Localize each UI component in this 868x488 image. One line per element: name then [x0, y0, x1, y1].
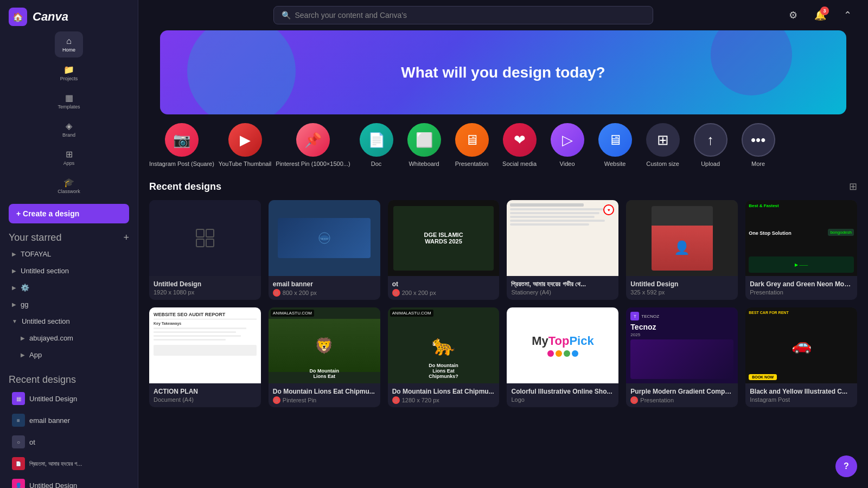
social-media-label: Social media — [502, 160, 537, 168]
design-card-priyatoma[interactable]: ♥ প্রিয়তমা, আমার হদয়ের গভীর থে... Stat… — [507, 200, 618, 300]
card-info-12: Black and Yellow Illustrated C... Instag… — [745, 383, 857, 406]
design-type-social-media[interactable]: ❤ Social media — [498, 123, 541, 168]
design-card-mountain-lions-2[interactable]: ANIMALASTU.COM 🐆 Do MountainLions EatChi… — [388, 307, 500, 407]
sidebar-item-tofayal[interactable]: ▶ TOFAYAL — [3, 246, 135, 262]
sidebar-item-untitled-section-1[interactable]: ▶ Untitled section — [3, 263, 135, 279]
card-meta-3: ⊡ 200 x 200 px — [392, 289, 495, 297]
design-type-youtube[interactable]: ▶ YouTube Thumbnail — [219, 123, 271, 168]
svg-rect-1 — [206, 229, 214, 237]
chevron-right-icon: ▶ — [12, 251, 16, 257]
design-card-ot[interactable]: DGE ISLAMICWARDS 2025 ot ⊡ 200 x 200 px — [388, 200, 500, 300]
emoji-label: ⚙️ — [21, 284, 29, 292]
card-meta-4: Stationery (A4) — [511, 289, 614, 296]
sidebar-recent-priyatoma[interactable]: 📄 প্রিয়তমা, আমার হদয়ের গ... — [3, 453, 135, 474]
design-type-instagram[interactable]: 📷 Instagram Post (Square) — [149, 123, 214, 168]
sidebar-item-templates[interactable]: ▦ Templates — [55, 88, 83, 114]
card-img-10: MyTopPick — [507, 307, 618, 383]
design-type-whiteboard[interactable]: ⬜ Whiteboard — [403, 123, 446, 168]
svg-rect-3 — [206, 239, 214, 247]
search-bar: 🔍 — [273, 6, 653, 24]
sidebar-item-emoji[interactable]: ▶ ⚙️ — [3, 280, 135, 296]
chevron-down-icon: ▼ — [12, 318, 17, 324]
card-meta-6: Presentation — [750, 289, 853, 296]
design-type-video[interactable]: ▷ Video — [546, 123, 589, 168]
notifications-button[interactable]: 🔔 3 — [810, 5, 830, 25]
card-thumb-12: BEST CAR FOR RENT 🚗 BOOK NOW — [745, 307, 857, 383]
pinterest-label: Pinterest Pin (1000×1500...) — [276, 160, 350, 168]
recent-label-3: ot — [29, 438, 35, 446]
card-meta-icon-11: ⊡ — [630, 396, 638, 404]
card-title-1: Untitled Design — [154, 280, 257, 288]
recent-label-4: প্রিয়তমা, আমার হদয়ের গ... — [29, 460, 82, 467]
recent-thumb-3: ○ — [12, 435, 25, 448]
design-type-pinterest[interactable]: 📌 Pinterest Pin (1000×1500...) — [276, 123, 350, 168]
instagram-post-icon: 📷 — [165, 123, 199, 157]
sidebar-item-abujayed[interactable]: ▶ abujayed.com — [3, 330, 135, 346]
card-meta-text-10: Logo — [511, 396, 524, 403]
hero-banner: What will you design today? — [160, 30, 846, 114]
card-thumb-4: ♥ — [507, 200, 618, 276]
card-thumb-5: 👤 — [626, 200, 738, 276]
design-card-untitled-1[interactable]: Untitled Design 1920 x 1080 px — [149, 200, 261, 300]
sidebar-recent-untitled-design[interactable]: ▦ Untitled Design — [3, 388, 135, 409]
design-card-black-yellow[interactable]: BEST CAR FOR RENT 🚗 BOOK NOW Black and Y… — [745, 307, 857, 407]
sidebar-recent-ot[interactable]: ○ ot — [3, 432, 135, 452]
settings-button[interactable]: ⚙ — [783, 5, 803, 25]
expand-button[interactable]: ⌃ — [838, 5, 857, 25]
card-meta-text-2: 800 x 200 px — [283, 290, 317, 296]
card-info-7: ACTION PLAN Document (A4) — [149, 383, 261, 406]
home-label: Home — [62, 47, 75, 53]
create-design-button[interactable]: + Create a design — [9, 204, 129, 223]
home-icon[interactable]: 🏠 — [9, 8, 27, 26]
design-type-presentation[interactable]: 🖥 Presentation — [450, 123, 494, 168]
card-info-1: Untitled Design 1920 x 1080 px — [149, 276, 261, 299]
sidebar-item-brand[interactable]: ◈ Brand — [55, 116, 83, 142]
card-placeholder-1 — [149, 200, 261, 276]
card-meta-icon-3: ⊡ — [392, 289, 400, 297]
design-type-doc[interactable]: 📄 Doc — [355, 123, 398, 168]
sidebar-item-classwork[interactable]: 🎓 Classwork — [55, 172, 83, 198]
doc-icon: 📄 — [360, 123, 393, 157]
sidebar-item-projects[interactable]: 📁 Projects — [55, 60, 83, 86]
sidebar-recent-email-banner[interactable]: ≡ email banner — [3, 410, 135, 431]
card-thumb-10: MyTopPick — [507, 307, 618, 383]
card-title-2: email banner — [273, 280, 376, 288]
whiteboard-label: Whiteboard — [409, 160, 439, 168]
design-card-email-banner[interactable]: NEXON email banner ⊡ 800 x 200 px — [269, 200, 380, 300]
card-info-10: Colorful Illustrative Online Sho... Logo — [507, 383, 618, 406]
sidebar-item-untitled-section-2[interactable]: ▼ Untitled section — [3, 313, 135, 329]
card-meta-text-12: Instagram Post — [750, 396, 790, 403]
card-meta-text-1: 1920 x 1080 px — [154, 289, 194, 296]
design-type-website[interactable]: 🖥 Website — [593, 123, 637, 168]
hero-text: What will you design today? — [401, 64, 605, 81]
design-card-dark-grey[interactable]: Best & Fastest One Stop Solution bongode… — [745, 200, 857, 300]
help-button[interactable]: ? — [835, 455, 857, 477]
upload-icon: ↑ — [694, 123, 727, 157]
design-card-action-plan[interactable]: WEBSITE SEO AUDIT REPORT Key Takeaways A… — [149, 307, 261, 407]
card-img-9: ANIMALASTU.COM 🐆 Do MountainLions EatChi… — [388, 307, 500, 383]
design-card-untitled-2[interactable]: 👤 Untitled Design 325 x 592 px — [626, 200, 738, 300]
sidebar-item-app[interactable]: ▶ App — [3, 347, 135, 363]
pinterest-pin-icon: 📌 — [296, 123, 330, 157]
sidebar-item-apps[interactable]: ⊞ Apps — [55, 144, 83, 170]
instagram-post-label: Instagram Post (Square) — [149, 160, 214, 168]
design-card-mountain-lions-1[interactable]: ANIMALASTU.COM 🦁 Do MountainLions Eat Do… — [269, 307, 380, 407]
presentation-icon: 🖥 — [455, 123, 489, 157]
search-input[interactable] — [295, 11, 645, 20]
design-type-more[interactable]: ••• More — [737, 123, 780, 168]
recent-label-5: Untitled Design — [29, 481, 77, 489]
sidebar-item-gg[interactable]: ▶ gg — [3, 297, 135, 312]
custom-size-icon: ⊞ — [646, 123, 680, 157]
recent-designs-title: Recent designs — [149, 181, 221, 192]
starred-add-icon[interactable]: + — [123, 232, 129, 243]
design-card-purple-gradient[interactable]: T TECNOZ Tecnoz 2025 Purple Modern Gradi… — [626, 307, 738, 407]
card-img-12: BEST CAR FOR RENT 🚗 BOOK NOW — [745, 307, 857, 383]
sidebar-recent-untitled-design-2[interactable]: 👤 Untitled Design — [3, 475, 135, 488]
design-type-custom-size[interactable]: ⊞ Custom size — [641, 123, 685, 168]
brand-nav-icon: ◈ — [66, 121, 72, 131]
design-type-upload[interactable]: ↑ Upload — [689, 123, 732, 168]
card-info-2: email banner ⊡ 800 x 200 px — [269, 276, 380, 300]
layout-toggle-icon[interactable]: ⊞ — [849, 181, 857, 192]
design-card-colorful[interactable]: MyTopPick Colorful Illustrative Online S… — [507, 307, 618, 407]
sidebar-item-home[interactable]: ⌂ Home — [55, 31, 83, 57]
